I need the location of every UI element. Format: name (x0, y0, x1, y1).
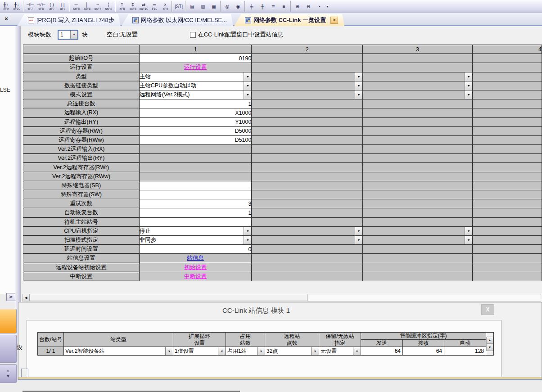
cell-expanded-cyclic[interactable]: 1倍设置▼ (173, 347, 226, 356)
edit-statement-button[interactable]: ▤ (187, 0, 198, 12)
chevron-down-icon[interactable]: ▼ (465, 72, 472, 81)
application-instruction-button[interactable]: [ ]aF8 (57, 0, 68, 12)
chevron-down-icon[interactable]: ▼ (244, 236, 251, 244)
chevron-down-icon[interactable]: ▼ (165, 347, 173, 355)
partial-button-fragment[interactable] (21, 369, 28, 378)
cell-data-link-type-3[interactable]: ▼ (362, 81, 472, 90)
scroll-down-icon[interactable]: ▼ (486, 344, 493, 351)
cell-buffer-auto[interactable]: 128 (444, 347, 486, 356)
chevron-down-icon[interactable]: ▼ (465, 227, 472, 235)
pulse-rising-contact-button[interactable]: ╂↑cF9 (0, 0, 11, 12)
cell-delay-time-1[interactable]: 0 (139, 245, 252, 254)
cell-scan-mode-1[interactable]: 非同步▼ (139, 235, 252, 244)
chevron-down-icon[interactable]: ▼ (218, 347, 226, 355)
cell-data-link-type-2[interactable]: ▼ (252, 81, 362, 90)
remote-device-init-setting-link[interactable]: 初始设置 (184, 264, 207, 270)
tab-program[interactable]: [PRG]R 写入 ZHANGLI 748步 (17, 14, 121, 26)
close-icon[interactable]: × (3, 15, 10, 23)
cell-scan-mode-3[interactable]: ▼ (362, 235, 472, 244)
cell-total-connect-count-1[interactable]: 1 (139, 99, 252, 108)
expand-chevron-icon[interactable]: > (6, 293, 15, 301)
close-branch-button[interactable]: ⊣/⊢sF8 (36, 0, 46, 12)
scroll-left-icon[interactable]: ◀ (23, 294, 30, 301)
cell-mode-setting-2[interactable]: ▼ (252, 90, 362, 99)
station-info-checkbox[interactable] (190, 32, 196, 38)
edge-up-button[interactable]: ↥aF5 (117, 0, 127, 12)
chevron-down-icon[interactable]: ▼ (244, 72, 251, 81)
cell-remote-register-rww-1[interactable]: D5100 (139, 135, 252, 144)
module-count-select[interactable]: 1 ▼ (58, 30, 78, 40)
chevron-down-icon[interactable]: ▼ (465, 81, 472, 90)
pulse-falling-contact-button[interactable]: ╂↓cF10 (11, 0, 22, 12)
chevron-down-icon[interactable]: ▼ (465, 236, 472, 244)
cell-type-3[interactable]: ▼ (362, 72, 472, 81)
cell-remote-input-rx-1[interactable]: X1000 (139, 108, 252, 117)
edge-down-button[interactable]: ↧caF5 (127, 0, 138, 12)
chevron-down-icon[interactable]: ▼ (244, 90, 251, 99)
open-branch-button[interactable]: ⊣⊢sF7 (25, 0, 36, 12)
cell-type-2[interactable]: ▼ (252, 72, 362, 81)
station-info-setting-link[interactable]: 站信息 (187, 255, 204, 261)
cell-special-relay-sb-1[interactable] (139, 181, 252, 190)
chevron-down-icon[interactable]: ▼ (244, 81, 251, 90)
toolbar-overflow-icon[interactable]: ▾ (325, 0, 330, 12)
comment-display-button[interactable]: ╫ (257, 0, 268, 12)
vertical-line-delete-button[interactable]: ╎saF8 (103, 0, 114, 12)
cell-retry-count-1[interactable]: 3 (139, 199, 252, 208)
cell-standby-master-no-1[interactable] (139, 217, 252, 226)
tab-cclink-setting[interactable]: 网络参数 CC-Link 一览设置× (234, 14, 344, 26)
cell-special-register-sw-1[interactable] (139, 190, 252, 199)
chevron-down-icon[interactable]: ▼ (465, 90, 472, 99)
cell-cpu-down-select-1[interactable]: 停止▼ (139, 226, 252, 235)
chevron-down-icon[interactable]: ▼ (353, 347, 361, 355)
find-previous-button[interactable]: ◎ (222, 0, 233, 12)
monitor-button[interactable]: ◔ (314, 0, 325, 12)
cell-remote-points[interactable]: 32点▼ (265, 347, 319, 356)
cell-remote-register-rwr-1[interactable]: D5000 (139, 126, 252, 135)
find-next-button[interactable]: ◉ (233, 0, 244, 12)
device-display-button[interactable]: ╪ (246, 0, 257, 12)
docked-toolbar-button[interactable] (0, 335, 17, 363)
interrupt-setting-link[interactable]: 中断设置 (184, 273, 207, 279)
horizontal-line-button[interactable]: ─saF5 (71, 0, 81, 12)
horizontal-scrollbar[interactable]: ◀ (22, 294, 541, 302)
chevron-down-icon[interactable]: ▼ (70, 31, 77, 39)
cell-scan-mode-2[interactable]: ▼ (252, 235, 362, 244)
chevron-down-icon[interactable]: ▼ (355, 236, 362, 244)
chevron-down-icon[interactable]: ▼ (257, 347, 265, 355)
docked-toolbar-overflow-button[interactable]: » ▾ (0, 364, 17, 383)
cell-occupied-stations[interactable]: 占用1站▼ (226, 347, 265, 356)
cell-data-link-type-1[interactable]: 主站CPU参数自动起动▼ (139, 81, 252, 90)
operation-setting-link[interactable]: 运行设置 (184, 64, 207, 70)
scroll-up-icon[interactable]: ▲ (486, 337, 493, 344)
chevron-down-icon[interactable]: ▼ (355, 72, 362, 81)
coil-button[interactable]: ( )aF7 (46, 0, 57, 12)
chevron-down-icon[interactable]: ▼ (244, 227, 251, 235)
statement-button[interactable]: |ST| (173, 0, 184, 12)
station-table-scrollbar[interactable]: ▲▼ (486, 333, 494, 356)
tab-close-icon[interactable]: × (330, 17, 338, 24)
invert-result-button[interactable]: ⇄caF10 (138, 0, 149, 12)
cell-station-type[interactable]: Ver.2智能设备站▼ (64, 347, 173, 356)
insert-row-button[interactable]: ▥ (198, 0, 208, 12)
statement-display-button[interactable]: ≣ (268, 0, 279, 12)
chevron-down-icon[interactable]: ▼ (355, 227, 362, 235)
docked-toolbar-button-active[interactable] (0, 309, 17, 333)
chevron-down-icon[interactable]: ▼ (355, 90, 362, 99)
vertical-line-button[interactable]: │saF6 (81, 0, 92, 12)
cell-cpu-down-select-2[interactable]: ▼ (252, 226, 362, 235)
cell-buffer-send[interactable]: 64 (361, 347, 403, 356)
delete-row-button[interactable]: ▦ (208, 0, 219, 12)
cell-start-io-no-1[interactable]: 0190 (139, 54, 252, 63)
zoom-out-button[interactable]: ⊖ (303, 0, 314, 12)
chevron-down-icon[interactable]: ▼ (355, 81, 362, 90)
draw-line-button[interactable]: ━F10 (149, 0, 160, 12)
zoom-in-button[interactable]: ⊕ (292, 0, 303, 12)
cell-mode-setting-1[interactable]: 远程网络(Ver.2模式)▼ (139, 90, 252, 99)
chevron-down-icon[interactable]: ▼ (311, 347, 319, 355)
horizontal-scrollbar-thumb[interactable] (30, 294, 307, 301)
horizontal-line-delete-button[interactable]: ╌saF7 (92, 0, 103, 12)
cell-cpu-down-select-3[interactable]: ▼ (362, 226, 472, 235)
cell-type-1[interactable]: 主站▼ (139, 72, 252, 81)
dialog-close-button[interactable]: X (481, 304, 494, 315)
